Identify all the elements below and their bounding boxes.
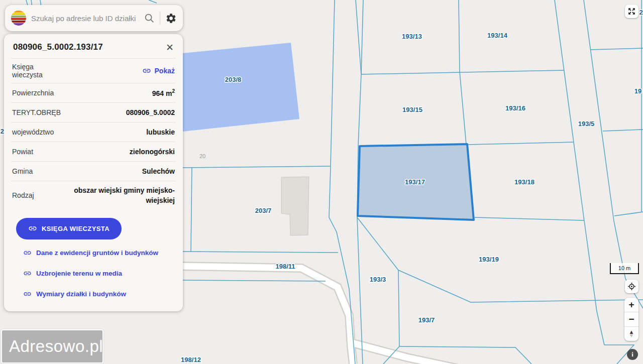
- parcel-label: 198/11: [275, 263, 295, 270]
- link-label: Uzbrojenie terenu w media: [36, 270, 122, 277]
- expand-arrows-icon: [627, 7, 636, 16]
- map-scale-bar: 10 m: [610, 263, 639, 274]
- row-value: lubuskie: [146, 128, 175, 136]
- link-uzbrojenie[interactable]: Uzbrojenie terenu w media: [23, 263, 183, 284]
- link-icon: [23, 290, 32, 298]
- info-button[interactable]: i: [627, 349, 638, 360]
- link-ewidencja[interactable]: Dane z ewidencji gruntów i budynków: [23, 242, 183, 263]
- adresowo-logo-icon: [11, 11, 26, 26]
- zoom-in-button[interactable]: +: [624, 298, 638, 312]
- house-number-label: 20: [199, 153, 205, 159]
- row-rodzaj: Rodzaj obszar wiejski gminy miejsko-wiej…: [11, 181, 176, 210]
- row-label: Powierzchnia: [12, 89, 54, 97]
- parcel-label: 203/7: [255, 207, 272, 214]
- parcel-label: 193/19: [479, 256, 499, 263]
- locate-button[interactable]: [625, 280, 638, 293]
- row-label: Powiat: [12, 148, 33, 156]
- parcel-label: 193/16: [505, 104, 525, 112]
- row-label: województwo: [12, 128, 54, 136]
- pitch-toggle-button[interactable]: ▲ ▼: [624, 326, 638, 341]
- divider: [160, 12, 160, 25]
- link-label: Dane z ewidencji gruntów i budynków: [36, 249, 158, 257]
- row-gmina: Gmina Sulechów: [11, 161, 176, 181]
- parcel-label: 193/18: [514, 178, 534, 186]
- row-value: zielonogórski: [130, 148, 175, 156]
- link-icon: [142, 66, 151, 75]
- row-powierzchnia: Powierzchnia 964 m2: [11, 83, 176, 102]
- parcel-203-8-polygon[interactable]: [182, 43, 299, 132]
- link-label: Wymiary działki i budynków: [36, 290, 126, 298]
- zoom-out-button[interactable]: −: [624, 312, 638, 326]
- adresowo-watermark: Adresowo.pl: [1, 329, 103, 363]
- fullscreen-button[interactable]: [625, 5, 638, 18]
- ksiega-wieczysta-button[interactable]: KSIĘGA WIECZYSTA: [16, 218, 122, 239]
- link-icon: [23, 269, 32, 278]
- parcel-label: 198/12: [181, 356, 201, 363]
- search-bar: [5, 5, 183, 31]
- row-teryt: TERYT.OBRĘB 080906_5.0002: [11, 102, 176, 122]
- building-footprint: [281, 177, 309, 235]
- parcel-label-clipped: 19: [634, 87, 641, 95]
- row-label: Gmina: [12, 167, 33, 175]
- zoom-control-group: + − ▲ ▼: [624, 298, 638, 341]
- close-icon[interactable]: ✕: [166, 43, 174, 52]
- row-label: Rodzaj: [12, 191, 34, 199]
- parcel-label: 193/7: [418, 316, 435, 324]
- link-wymiary[interactable]: Wymiary działki i budynków: [23, 284, 183, 304]
- row-label: Księga wieczysta: [12, 63, 53, 79]
- parcel-label: 193/15: [402, 106, 422, 113]
- pokaz-link-label: Pokaż: [155, 67, 175, 75]
- parcel-label-selected: 193/17: [405, 178, 425, 186]
- row-ksiega-wieczysta: Księga wieczysta Pokaż: [11, 58, 176, 83]
- parcel-label-clipped: 2: [639, 9, 642, 16]
- scale-label: 10 m: [618, 265, 630, 271]
- parcel-info-panel: 080906_5.0002.193/17 ✕ Księga wieczysta …: [4, 34, 183, 311]
- info-icon: i: [631, 350, 633, 358]
- watermark-text: Adresowo.pl: [2, 337, 103, 356]
- search-input[interactable]: [30, 14, 140, 23]
- row-value: 964 m2: [152, 88, 175, 97]
- parcel-label: 193/13: [402, 33, 422, 40]
- parcel-label: 203/8: [225, 76, 242, 83]
- row-wojewodztwo: województwo lubuskie: [11, 122, 176, 142]
- row-powiat: Powiat zielonogórski: [11, 142, 176, 161]
- row-value: Sulechów: [142, 167, 175, 175]
- row-value: obszar wiejski gminy miejsko-wiejskiej: [68, 185, 175, 206]
- row-label: TERYT.OBRĘB: [12, 108, 61, 116]
- link-icon: [23, 249, 32, 257]
- crosshair-target-icon: [627, 282, 636, 291]
- row-value: 080906_5.0002: [126, 108, 175, 116]
- arrow-down-icon: ▼: [629, 334, 634, 337]
- search-icon[interactable]: [144, 13, 155, 24]
- parcel-id-title: 080906_5.0002.193/17: [13, 42, 103, 52]
- ksiega-wieczysta-button-label: KSIĘGA WIECZYSTA: [42, 225, 110, 232]
- parcel-label: 193/3: [370, 276, 386, 283]
- link-icon: [28, 224, 37, 233]
- parcel-label: 193/14: [487, 32, 508, 39]
- pokaz-link[interactable]: Pokaż: [142, 66, 175, 75]
- settings-gear-icon[interactable]: [165, 13, 177, 24]
- parcel-label: 193/5: [578, 120, 595, 128]
